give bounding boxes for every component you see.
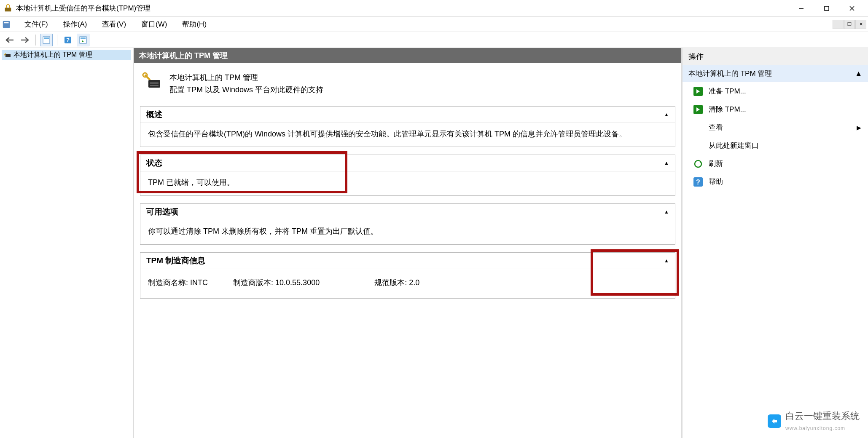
content-header: 本地计算机上的 TPM 管理	[134, 48, 681, 63]
svg-rect-12	[81, 37, 86, 39]
section-options-body: 你可以通过清除 TPM 来删除所有权，并将 TPM 重置为出厂默认值。	[140, 220, 675, 244]
banner-subtitle: 配置 TPM 以及 Windows 平台对此硬件的支持	[169, 84, 323, 96]
svg-rect-6	[4, 22, 9, 23]
action-clear-tpm-label: 清除 TPM...	[709, 104, 746, 114]
info-banner-text: 本地计算机上的 TPM 管理 配置 TPM 以及 Windows 平台对此硬件的…	[169, 72, 323, 96]
action-new-window[interactable]: 从此处新建窗口	[683, 136, 868, 155]
arrow-right-green-icon	[693, 105, 703, 114]
properties-button[interactable]	[40, 34, 53, 46]
action-clear-tpm[interactable]: 清除 TPM...	[683, 100, 868, 118]
window-title: 本地计算机上受信任的平台模块(TPM)管理	[16, 3, 789, 13]
svg-rect-8	[44, 37, 49, 39]
toolbar-separator	[57, 35, 57, 45]
section-status: 状态 ▲ TPM 已就绪，可以使用。	[140, 155, 675, 196]
refresh-icon	[693, 159, 703, 168]
watermark-text: 白云一键重装系统 www.baiyunxitong.com	[785, 410, 860, 432]
info-banner: 本地计算机上的 TPM 管理 配置 TPM 以及 Windows 平台对此硬件的…	[140, 68, 675, 106]
manufacturer-name-label: 制造商名称:	[148, 278, 188, 287]
actions-pane-title: 操作	[683, 48, 868, 65]
tree-root-label: 本地计算机上的 TPM 管理	[13, 51, 92, 59]
actions-group-header[interactable]: 本地计算机上的 TPM 管理 ▲	[683, 65, 868, 82]
manufacturer-version: 制造商版本: 10.0.55.3000	[233, 277, 320, 289]
section-overview-header[interactable]: 概述 ▲	[140, 107, 675, 123]
actions-pane: 操作 本地计算机上的 TPM 管理 ▲ 准备 TPM... 清除 TPM... …	[683, 48, 868, 438]
svg-rect-17	[150, 82, 159, 83]
menubar: 文件(F) 操作(A) 查看(V) 窗口(W) 帮助(H) — ❐ ✕	[0, 17, 868, 32]
svg-rect-2	[825, 6, 829, 11]
manufacturer-version-value: 10.0.55.3000	[275, 278, 320, 287]
manufacturer-row: 制造商名称: INTC 制造商版本: 10.0.55.3000 规范版本: 2.…	[148, 274, 667, 291]
mdi-controls: — ❐ ✕	[833, 20, 866, 29]
svg-text:?: ?	[66, 37, 70, 43]
menu-window[interactable]: 窗口(W)	[134, 17, 175, 32]
section-options: 可用选项 ▲ 你可以通过清除 TPM 来删除所有权，并将 TPM 重置为出厂默认…	[140, 203, 675, 245]
spec-version-value: 2.0	[409, 278, 419, 287]
svg-rect-5	[3, 21, 10, 28]
section-status-header[interactable]: 状态 ▲	[140, 155, 675, 171]
mdi-restore-button[interactable]: ❐	[844, 20, 855, 29]
action-help-label: 帮助	[709, 177, 723, 187]
mdi-close-button[interactable]: ✕	[855, 20, 866, 29]
section-manufacturer-title: TPM 制造商信息	[146, 255, 205, 266]
manufacturer-name: 制造商名称: INTC	[148, 277, 208, 289]
manufacturer-name-value: INTC	[190, 278, 208, 287]
show-hide-action-pane-button[interactable]	[77, 34, 89, 46]
minimize-button[interactable]	[789, 2, 814, 15]
window-controls	[789, 2, 865, 15]
spec-version: 规范版本: 2.0	[374, 277, 419, 289]
key-chip-icon	[142, 72, 162, 92]
help-icon: ?	[693, 177, 703, 187]
action-help[interactable]: ? 帮助	[683, 173, 868, 191]
section-manufacturer: TPM 制造商信息 ▲ 制造商名称: INTC 制造商版本: 10.0.55.3…	[140, 252, 675, 299]
menu-help[interactable]: 帮助(H)	[175, 17, 214, 32]
forward-button[interactable]	[19, 34, 31, 46]
menu-file[interactable]: 文件(F)	[17, 17, 56, 32]
section-overview-title: 概述	[146, 109, 162, 120]
maximize-button[interactable]	[814, 2, 839, 15]
content-pane: 本地计算机上的 TPM 管理 本地计算机上的 TPM 管理 配置 TPM 以及 …	[134, 48, 683, 438]
spec-version-label: 规范版本:	[374, 278, 407, 287]
actions-group-title: 本地计算机上的 TPM 管理	[688, 69, 772, 78]
menu-view[interactable]: 查看(V)	[94, 17, 134, 32]
submenu-arrow-icon: ▶	[857, 124, 861, 131]
svg-rect-19	[150, 85, 159, 86]
action-refresh[interactable]: 刷新	[683, 155, 868, 173]
manufacturer-version-label: 制造商版本:	[233, 278, 273, 287]
titlebar: 本地计算机上受信任的平台模块(TPM)管理	[0, 0, 868, 17]
action-view[interactable]: 查看 ▶	[683, 118, 868, 136]
menu-action[interactable]: 操作(A)	[56, 17, 95, 32]
action-new-window-label: 从此处新建窗口	[709, 141, 759, 150]
banner-title: 本地计算机上的 TPM 管理	[169, 72, 323, 84]
svg-rect-18	[150, 83, 159, 84]
tree-pane: 本地计算机上的 TPM 管理	[0, 48, 134, 438]
section-manufacturer-header[interactable]: TPM 制造商信息 ▲	[140, 253, 675, 269]
action-prepare-tpm-label: 准备 TPM...	[709, 86, 746, 96]
close-button[interactable]	[839, 2, 865, 15]
svg-text:?: ?	[696, 179, 700, 186]
watermark: 白云一键重装系统 www.baiyunxitong.com	[768, 410, 860, 432]
blank-icon	[693, 123, 703, 132]
blank-icon	[693, 141, 703, 150]
toolbar: ?	[0, 32, 868, 48]
section-options-title: 可用选项	[146, 206, 178, 217]
action-prepare-tpm[interactable]: 准备 TPM...	[683, 82, 868, 100]
collapse-arrow-icon: ▲	[664, 160, 669, 166]
help-toolbar-button[interactable]: ?	[62, 34, 74, 46]
watermark-icon	[768, 414, 781, 428]
section-options-header[interactable]: 可用选项 ▲	[140, 204, 675, 220]
collapse-arrow-icon: ▲	[855, 69, 862, 78]
action-refresh-label: 刷新	[709, 159, 723, 168]
back-button[interactable]	[3, 34, 16, 46]
tree-root-item[interactable]: 本地计算机上的 TPM 管理	[2, 50, 131, 60]
section-status-title: 状态	[146, 158, 162, 168]
toolbar-separator	[35, 35, 36, 45]
mmc-icon	[2, 20, 11, 29]
section-status-body: TPM 已就绪，可以使用。	[140, 171, 675, 195]
main-area: 本地计算机上的 TPM 管理 本地计算机上的 TPM 管理 本地计算机上的 TP…	[0, 48, 868, 438]
svg-rect-14	[5, 54, 11, 57]
app-icon	[3, 4, 13, 13]
collapse-arrow-icon: ▲	[664, 112, 669, 118]
mdi-minimize-button[interactable]: —	[833, 20, 844, 29]
collapse-arrow-icon: ▲	[664, 209, 669, 215]
section-overview-body: 包含受信任的平台模块(TPM)的 Windows 计算机可提供增强的安全功能。此…	[140, 123, 675, 147]
